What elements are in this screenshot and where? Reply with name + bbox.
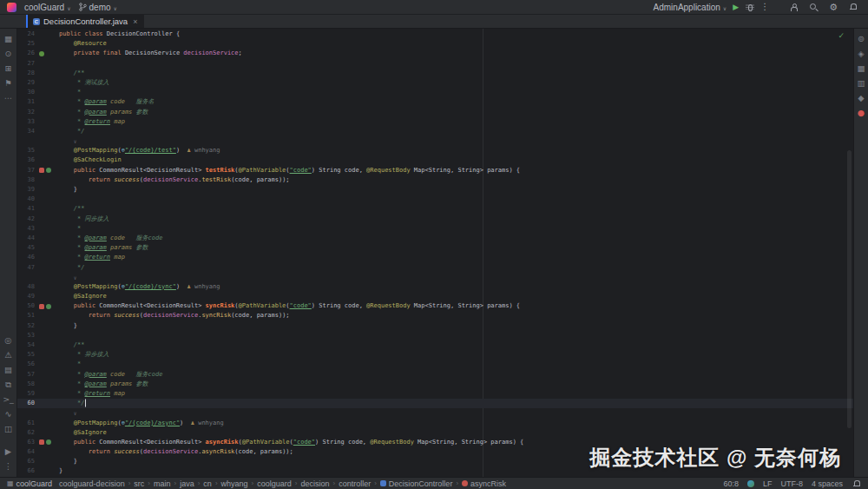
plugin-icon[interactable]: ● [854, 107, 868, 119]
line-number[interactable]: 59 [20, 389, 35, 399]
code-line-36[interactable]: 36 @SaCheckLogin [17, 155, 853, 165]
status-notifications-icon[interactable] [852, 479, 861, 488]
line-number[interactable]: 28 [20, 69, 35, 78]
line-number[interactable]: 50 [20, 301, 35, 311]
line-number[interactable]: 34 [20, 127, 35, 136]
code-line-47[interactable]: 47 */ [17, 263, 853, 273]
app-logo-icon[interactable] [7, 3, 16, 12]
breadcrumb-item[interactable]: asyncRisk [462, 479, 506, 488]
line-number[interactable] [20, 408, 35, 418]
code-line-39[interactable]: 39 } [17, 185, 853, 195]
code-line-55[interactable]: 55 * 异步接入 [17, 350, 853, 360]
encoding-indicator[interactable]: UTF-8 [780, 479, 803, 488]
code-line-58[interactable]: 58 * @param params 参数 [17, 380, 853, 389]
code-line-50[interactable]: 50 public CommonResult<DecisionResult> s… [17, 301, 853, 311]
code-line-43[interactable]: 43 * [17, 224, 853, 234]
code-line-49[interactable]: 49 @SaIgnore [17, 292, 853, 301]
endpoint-icon[interactable] [39, 168, 44, 173]
search-everywhere-icon[interactable] [809, 3, 819, 12]
code-line-57[interactable]: 57 * @param code 服务code [17, 370, 853, 380]
line-number[interactable]: 49 [20, 292, 35, 301]
line-number[interactable]: 25 [20, 39, 35, 49]
code-line-54[interactable]: 54 /** [17, 340, 853, 350]
line-ending-indicator[interactable]: LF [763, 479, 773, 488]
breadcrumb-item[interactable]: src [134, 479, 144, 488]
code-with-me-icon[interactable] [789, 3, 799, 12]
line-number[interactable]: 64 [20, 447, 35, 457]
editor[interactable]: 24public class DecisionController {25 @R… [17, 29, 853, 477]
line-number[interactable]: 62 [20, 428, 35, 438]
code-line-46[interactable]: 46 * @return map [17, 253, 853, 262]
line-number[interactable]: 42 [20, 215, 35, 224]
line-number[interactable]: 39 [20, 185, 35, 195]
more-run-options-button[interactable]: ⋮ [760, 3, 769, 11]
breadcrumb-item[interactable]: whyang [221, 479, 248, 488]
code-line-30[interactable]: 30 * [17, 88, 853, 97]
status-project-widget[interactable]: ▦ coolGuard [7, 479, 52, 488]
notifications-bell-icon[interactable] [848, 3, 858, 12]
code-line-61[interactable]: 61 @PostMapping(⊕"/{code}/async") ♟ wnhy… [17, 419, 853, 428]
project-icon[interactable]: ▦ [0, 33, 16, 45]
line-number[interactable]: 40 [20, 195, 35, 204]
line-number[interactable]: 53 [20, 331, 35, 340]
line-number[interactable]: 60 [20, 399, 35, 408]
code-line-33[interactable]: 33 * @return map [17, 117, 853, 127]
maven-icon[interactable]: ▦ [854, 63, 868, 75]
code-line-31[interactable]: 31 * @param code 服务名 [17, 97, 853, 107]
code-line-29[interactable]: 29 * 测试接入 [17, 78, 853, 88]
code-line-25[interactable]: 25 @Resource [17, 39, 853, 49]
breadcrumb-item[interactable]: coolguard-decision [59, 479, 125, 488]
line-number[interactable]: 65 [20, 457, 35, 466]
run-tool-icon[interactable]: ▶ [0, 446, 16, 458]
line-number[interactable]: 33 [20, 117, 35, 127]
vcs-branch-widget[interactable]: demo ∨ [79, 3, 117, 12]
line-number[interactable]: 44 [20, 234, 35, 243]
tab-decisioncontroller[interactable]: C DecisionController.java × [26, 15, 144, 28]
breadcrumb-item[interactable]: DecisionController [380, 479, 453, 488]
code-line-44[interactable]: 44 * @param code 服务code [17, 234, 853, 243]
line-number[interactable]: 46 [20, 253, 35, 262]
terminal-icon[interactable]: >_ [0, 393, 16, 406]
inlay-hint-row[interactable]: ∨ [17, 136, 853, 146]
line-number[interactable]: 35 [20, 146, 35, 155]
ai-assistant-icon[interactable]: ◆ [854, 92, 868, 104]
request-mapping-icon[interactable] [46, 304, 51, 309]
search-tool-icon[interactable]: ◎ [0, 334, 16, 347]
problems-icon[interactable]: ⚠ [0, 349, 16, 361]
project-widget[interactable]: coolGuard ∨ [24, 3, 71, 12]
indent-indicator[interactable]: 4 spaces [812, 479, 843, 488]
settings-gear-icon[interactable]: ⚙ [829, 3, 838, 12]
breadcrumb-item[interactable]: decision [300, 479, 329, 488]
more-bottom-icon[interactable]: ⋮ [0, 460, 16, 472]
breadcrumb-item[interactable]: main [154, 479, 171, 488]
code-line-42[interactable]: 42 * 同步接入 [17, 215, 853, 224]
breadcrumb-item[interactable]: cn [203, 479, 212, 488]
editor-scrollbar[interactable] [847, 150, 852, 428]
line-number[interactable]: 54 [20, 340, 35, 350]
line-number[interactable]: 61 [20, 419, 35, 428]
code-line-27[interactable]: 27 [17, 59, 853, 69]
line-number[interactable]: 36 [20, 155, 35, 165]
line-number[interactable]: 41 [20, 204, 35, 214]
line-number[interactable]: 56 [20, 360, 35, 369]
line-number[interactable]: 30 [20, 88, 35, 97]
database-icon[interactable]: ▥ [854, 77, 868, 89]
breadcrumb-item[interactable]: controller [339, 479, 371, 488]
line-number[interactable]: 48 [20, 282, 35, 292]
line-number[interactable]: 52 [20, 321, 35, 331]
line-number[interactable]: 66 [20, 466, 35, 476]
inspections-ok-icon[interactable]: ✓ [838, 31, 845, 40]
endpoint-icon[interactable] [39, 304, 44, 309]
line-number[interactable] [20, 136, 35, 146]
breadcrumb-item[interactable]: java [180, 479, 194, 488]
code-line-37[interactable]: 37 public CommonResult<DecisionResult> t… [17, 166, 853, 175]
line-number[interactable]: 58 [20, 380, 35, 389]
line-number[interactable]: 27 [20, 59, 35, 69]
code-line-45[interactable]: 45 * @param params 参数 [17, 243, 853, 253]
line-number[interactable]: 55 [20, 350, 35, 360]
caret-position[interactable]: 60:8 [723, 479, 739, 488]
line-number[interactable]: 57 [20, 370, 35, 380]
line-number[interactable]: 47 [20, 263, 35, 273]
line-number[interactable]: 32 [20, 108, 35, 117]
code-line-51[interactable]: 51 return success(decisionService.syncRi… [17, 311, 853, 320]
